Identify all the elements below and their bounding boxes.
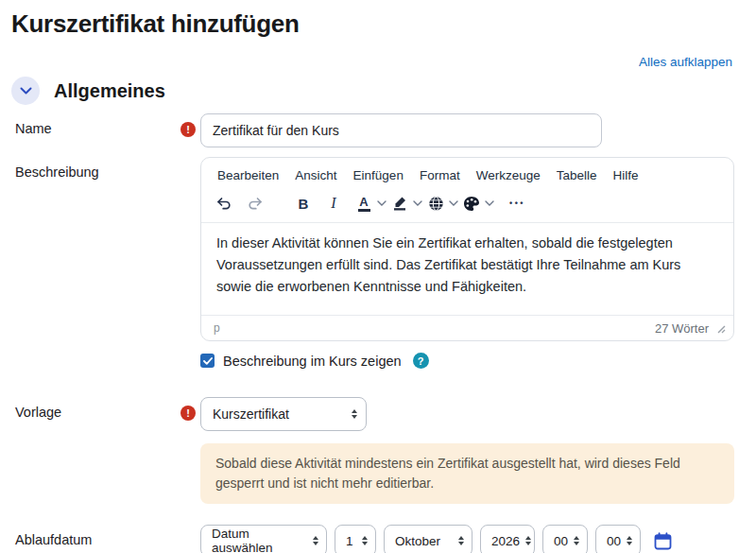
- template-row: Vorlage ! Kurszertifikat: [11, 397, 734, 431]
- calendar-picker-button[interactable]: [654, 532, 672, 550]
- help-icon[interactable]: ?: [413, 353, 429, 369]
- template-locked-warning: Sobald diese Aktivität mindestens ein Ze…: [200, 443, 734, 504]
- chevron-down-icon: [20, 87, 32, 95]
- select-arrows-icon: [525, 536, 531, 545]
- palette-icon[interactable]: [460, 191, 483, 216]
- highlight-color-chevron-icon[interactable]: [411, 191, 424, 216]
- expiry-date-label: Ablaufdatum: [11, 525, 176, 547]
- collapse-section-button[interactable]: [11, 77, 40, 105]
- show-description-label[interactable]: Beschreibung im Kurs zeigen: [223, 354, 402, 369]
- resize-handle-icon[interactable]: [715, 323, 726, 334]
- word-count: 27 Wörter: [655, 321, 709, 336]
- description-row: Beschreibung Bearbeiten Ansicht Einfügen…: [11, 157, 734, 369]
- menu-help[interactable]: Hilfe: [606, 165, 644, 185]
- name-input[interactable]: [200, 113, 602, 147]
- expiry-year-select[interactable]: 2026: [480, 525, 535, 553]
- template-label: Vorlage: [11, 397, 176, 420]
- text-color-icon[interactable]: A: [352, 191, 375, 216]
- palette-chevron-icon[interactable]: [483, 191, 496, 216]
- template-select-value: Kurszertifikat: [213, 406, 289, 422]
- more-tools-icon[interactable]: •••: [509, 199, 525, 208]
- element-path[interactable]: p: [214, 321, 220, 335]
- highlight-color-icon[interactable]: [388, 191, 411, 216]
- expiry-minute-select[interactable]: 00: [595, 525, 641, 553]
- show-description-checkbox[interactable]: [200, 354, 215, 368]
- required-icon: !: [180, 406, 196, 421]
- select-arrows-icon: [352, 409, 357, 419]
- calendar-icon: [654, 532, 672, 550]
- name-row: Name !: [11, 113, 734, 147]
- italic-icon[interactable]: I: [322, 191, 345, 216]
- required-icon: !: [180, 122, 196, 137]
- redo-icon[interactable]: [243, 191, 266, 216]
- menu-view[interactable]: Ansicht: [288, 165, 343, 185]
- bold-icon[interactable]: B: [292, 191, 315, 216]
- check-icon: [203, 357, 213, 365]
- text-color-chevron-icon[interactable]: [375, 191, 388, 216]
- template-select[interactable]: Kurszertifikat: [200, 397, 367, 431]
- expiry-preset-select[interactable]: Datum auswählen: [200, 525, 327, 553]
- editor-menubar: Bearbeiten Ansicht Einfügen Format Werkz…: [201, 158, 733, 189]
- menu-table[interactable]: Tabelle: [550, 165, 604, 185]
- section-header-general: Allgemeines: [11, 77, 734, 105]
- select-arrows-icon: [362, 536, 368, 545]
- language-chevron-icon[interactable]: [447, 191, 460, 216]
- select-arrows-icon: [627, 536, 632, 545]
- editor-toolbar: B I A: [201, 189, 733, 223]
- name-label: Name: [11, 113, 176, 136]
- undo-icon[interactable]: [213, 191, 235, 216]
- editor-statusbar: p 27 Wörter: [201, 315, 733, 340]
- show-description-row: Beschreibung im Kurs zeigen ?: [200, 353, 734, 369]
- page-title: Kurszertifikat hinzufügen: [11, 9, 734, 39]
- form-page: Kurszertifikat hinzufügen Alles aufklapp…: [0, 0, 756, 553]
- expand-all-row: Alles aufklappen: [11, 53, 732, 70]
- select-arrows-icon: [313, 536, 318, 545]
- rich-text-editor: Bearbeiten Ansicht Einfügen Format Werkz…: [200, 157, 734, 341]
- editor-content[interactable]: In dieser Aktivität können Sie ein Zerti…: [201, 223, 733, 315]
- menu-insert[interactable]: Einfügen: [347, 165, 410, 185]
- select-arrows-icon: [458, 536, 464, 545]
- expand-all-link[interactable]: Alles aufklappen: [639, 55, 732, 69]
- section-title: Allgemeines: [54, 80, 165, 102]
- menu-edit[interactable]: Bearbeiten: [211, 165, 285, 185]
- expiry-hour-select[interactable]: 00: [542, 525, 588, 553]
- expiry-date-row: Ablaufdatum Datum auswählen 1 Oktober 20…: [11, 525, 734, 553]
- expiry-day-select[interactable]: 1: [335, 525, 376, 553]
- language-globe-icon[interactable]: [424, 191, 447, 216]
- description-label: Beschreibung: [11, 157, 176, 180]
- menu-format[interactable]: Format: [413, 165, 467, 185]
- menu-tools[interactable]: Werkzeuge: [470, 165, 547, 185]
- select-arrows-icon: [574, 536, 579, 545]
- expiry-month-select[interactable]: Oktober: [384, 525, 472, 553]
